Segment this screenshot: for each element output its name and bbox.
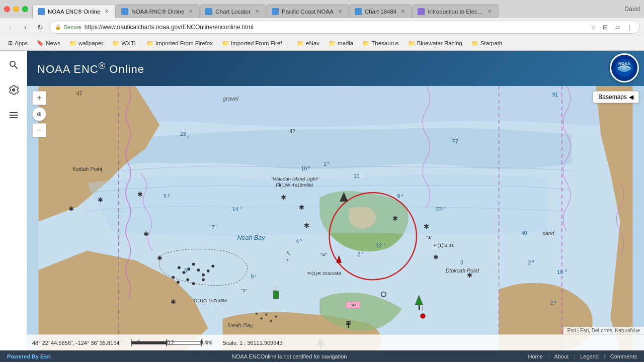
svg-text:9: 9 <box>397 194 400 200</box>
powered-by[interactable]: Powered By Esri <box>7 353 51 359</box>
svg-text:Fl(1)R 2s5m3M: Fl(1)R 2s5m3M <box>307 270 341 276</box>
svg-point-45 <box>202 274 205 277</box>
bookmark-enav[interactable]: 📁 eNav <box>293 38 324 49</box>
svg-text:5: 5 <box>328 161 330 165</box>
sidebar <box>0 51 27 350</box>
page-title-text: NOAA ENC <box>37 63 99 76</box>
tab-close-btn[interactable]: ✕ <box>486 8 493 15</box>
svg-text:10: 10 <box>354 173 360 179</box>
powered-by-text: Powered By Esri <box>7 353 51 359</box>
bookmark-wallpaper[interactable]: 📁 wallpaper <box>65 38 107 49</box>
svg-text:3: 3 <box>168 193 170 198</box>
bookmark-label: WXTL <box>121 40 137 46</box>
svg-text:✱: ✱ <box>157 254 163 262</box>
svg-text:2: 2 <box>550 300 553 306</box>
svg-point-50 <box>186 278 189 281</box>
zoom-out-button[interactable]: − <box>32 123 46 137</box>
svg-text:14: 14 <box>232 206 238 212</box>
folder-icon: 📁 <box>362 40 369 47</box>
bookmark-label: News <box>46 40 60 46</box>
bookmark-thesaurus[interactable]: 📁 Thesaurus <box>358 38 403 49</box>
basemaps-button[interactable]: Basemaps ◀ <box>593 91 639 103</box>
bookmark-wxtl[interactable]: 📁 WXTL <box>108 38 141 49</box>
tab-close-btn[interactable]: ✕ <box>399 8 407 15</box>
layers-tool-btn[interactable] <box>5 106 23 124</box>
minimize-button[interactable] <box>13 6 19 12</box>
reload-button[interactable]: ↻ <box>34 21 46 33</box>
forward-button[interactable]: › <box>19 21 31 33</box>
svg-text:23: 23 <box>436 206 442 212</box>
bookmark-apps[interactable]: ⊞ Apps <box>4 38 32 49</box>
scale-label-0: 0 <box>137 340 140 345</box>
tab-pacific-coast[interactable]: Pacific Coast NOAA ✕ <box>266 4 349 18</box>
page-title: NOAA ENC® Online <box>37 60 144 76</box>
svg-point-47 <box>211 264 214 267</box>
user-profile[interactable]: David <box>624 6 640 13</box>
svg-text:✱: ✱ <box>171 298 176 306</box>
svg-text:9: 9 <box>251 274 254 280</box>
bookmark-bluewater[interactable]: 📁 Bluewater Racing <box>404 38 466 49</box>
compass-button[interactable]: ⊕ <box>32 107 46 121</box>
noaa-logo-svg: NOAA <box>611 55 637 81</box>
map-area[interactable]: NOAA ENC® Online NOAA <box>27 51 644 350</box>
svg-point-43 <box>192 263 195 266</box>
tab-intro-elec[interactable]: Introduction to Elec… ✕ <box>412 4 499 18</box>
airplay-icon[interactable]: ▱ <box>612 22 622 32</box>
zoom-in-button[interactable]: + <box>32 91 46 105</box>
close-button[interactable] <box>4 6 10 12</box>
tab-chart-locator[interactable]: Chart Locator ✕ <box>200 4 266 18</box>
tab-favicon <box>38 8 45 15</box>
folder-icon: 📁 <box>329 40 336 47</box>
footer-warning: NOAA ENCOnline is not certified for navi… <box>232 353 347 359</box>
menu-icon[interactable]: ⋮ <box>624 22 634 32</box>
folder-icon: 📁 <box>471 40 478 47</box>
back-button[interactable]: ‹ <box>4 21 16 33</box>
secure-label: Secure <box>64 24 82 30</box>
bookmark-news[interactable]: 🔖 News <box>33 38 64 49</box>
svg-rect-32 <box>419 305 420 310</box>
footer-about-link[interactable]: About <box>554 353 569 359</box>
tab-label: Pacific Coast NOAA <box>282 9 334 15</box>
map-canvas[interactable]: ✱ ✱ ✱ ✱ ✱ ✱ ✱ ✱ ✱ ✱ ✱ ✱ ✱ <box>27 86 644 350</box>
svg-text:✱: ✱ <box>304 222 309 229</box>
scale-ratio: Scale: 1 : 36111.909643 <box>222 340 282 346</box>
settings-tool-btn[interactable] <box>5 81 23 99</box>
svg-text:42: 42 <box>289 128 295 134</box>
svg-text:91: 91 <box>552 92 558 98</box>
svg-text:Neah Bay: Neah Bay <box>237 234 265 241</box>
svg-text:✱: ✱ <box>424 223 429 230</box>
bookmark-imported-ff[interactable]: 📁 Imported From Firefox <box>142 38 217 49</box>
maximize-button[interactable] <box>22 6 28 12</box>
tab-close-btn[interactable]: ✕ <box>337 8 344 15</box>
svg-point-48 <box>172 276 175 279</box>
svg-text:47: 47 <box>76 90 83 97</box>
svg-text:1: 1 <box>324 161 327 167</box>
bookmark-imported-ff2[interactable]: 📁 Imported From Firef… <box>218 38 292 49</box>
tab-noaa-rnc[interactable]: NOAA RNC® Online ✕ <box>116 4 200 18</box>
bookmark-starpath[interactable]: 📁 Starpath <box>467 38 506 49</box>
svg-text:6: 6 <box>308 165 310 169</box>
footer-comments-link[interactable]: Comments <box>610 353 637 359</box>
svg-point-49 <box>177 281 180 284</box>
svg-text:67: 67 <box>452 138 458 144</box>
url-bar[interactable]: 🔒 Secure https://www.nauticalcharts.noaa… <box>49 21 640 34</box>
bookmark-label: Imported From Firef… <box>231 40 288 46</box>
svg-text:40: 40 <box>521 230 527 236</box>
bookmark-icon[interactable]: ☆ <box>588 22 598 32</box>
tab-noaa-enc[interactable]: NOAA ENC® Online ✕ <box>32 4 116 18</box>
svg-text:Fl(1)G 4s: Fl(1)G 4s <box>434 242 454 248</box>
footer-home-link[interactable]: Home <box>528 353 542 359</box>
tab-close-btn[interactable]: ✕ <box>103 8 110 15</box>
svg-text:✱: ✱ <box>392 215 398 222</box>
bookmark-label: Thesaurus <box>371 40 398 46</box>
tab-label: NOAA ENC® Online <box>48 9 100 15</box>
reader-icon[interactable]: ⊟ <box>600 22 610 32</box>
svg-point-33 <box>421 314 426 319</box>
bookmark-label: Bluewater Racing <box>417 40 462 46</box>
tab-close-btn[interactable]: ✕ <box>254 8 261 15</box>
tab-chart-18484[interactable]: Chart 18484 ✕ <box>349 4 412 18</box>
footer-legend-link[interactable]: Legend <box>580 353 599 359</box>
tab-close-btn[interactable]: ✕ <box>187 8 194 15</box>
search-tool-btn[interactable] <box>5 56 23 74</box>
bookmark-media[interactable]: 📁 media <box>325 38 357 49</box>
